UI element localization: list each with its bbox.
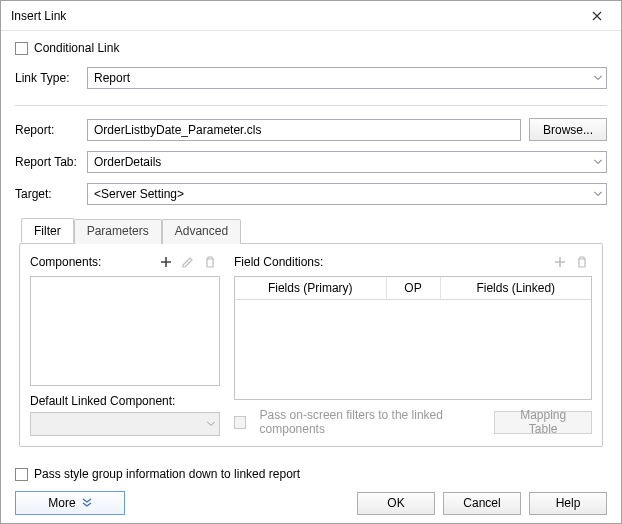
pencil-icon: [181, 255, 195, 269]
field-conditions-table[interactable]: Fields (Primary) OP Fields (Linked): [234, 276, 592, 400]
col-header-op: OP: [387, 277, 441, 299]
close-icon: [592, 11, 602, 21]
link-type-value: Report: [94, 71, 130, 85]
default-linked-label: Default Linked Component:: [30, 394, 220, 408]
col-header-primary: Fields (Primary): [235, 277, 387, 299]
link-type-select[interactable]: Report: [87, 67, 607, 89]
double-chevron-down-icon: [82, 498, 92, 508]
target-label: Target:: [15, 187, 87, 201]
ok-button[interactable]: OK: [357, 492, 435, 515]
tab-bar: Filter Parameters Advanced: [21, 218, 613, 243]
field-conditions-delete-button: [572, 252, 592, 272]
target-value: <Server Setting>: [94, 187, 184, 201]
close-button[interactable]: [577, 2, 617, 30]
field-conditions-add-button: [550, 252, 570, 272]
plus-icon: [553, 255, 567, 269]
pass-style-label: Pass style group information down to lin…: [34, 467, 300, 481]
mapping-table-button: Mapping Table: [494, 411, 592, 434]
report-tab-value: OrderDetails: [94, 155, 161, 169]
report-tab-label: Report Tab:: [15, 155, 87, 169]
filter-tab-pane: Components: Default Linked Component:: [19, 243, 603, 447]
table-header-row: Fields (Primary) OP Fields (Linked): [235, 277, 591, 300]
trash-icon: [203, 255, 217, 269]
tab-advanced[interactable]: Advanced: [162, 219, 241, 244]
target-select[interactable]: <Server Setting>: [87, 183, 607, 205]
more-label: More: [48, 496, 75, 510]
tab-parameters[interactable]: Parameters: [74, 219, 162, 244]
tab-filter[interactable]: Filter: [21, 218, 74, 243]
window-title: Insert Link: [11, 9, 577, 23]
help-button[interactable]: Help: [529, 492, 607, 515]
pass-filters-label: Pass on-screen filters to the linked com…: [260, 408, 479, 436]
field-conditions-label: Field Conditions:: [234, 255, 548, 269]
components-edit-button: [178, 252, 198, 272]
components-delete-button: [200, 252, 220, 272]
report-input[interactable]: OrderListbyDate_Parameter.cls: [87, 119, 521, 141]
components-add-button[interactable]: [156, 252, 176, 272]
default-linked-select: [30, 412, 220, 436]
more-button[interactable]: More: [15, 491, 125, 515]
titlebar: Insert Link: [1, 1, 621, 31]
pass-style-checkbox[interactable]: [15, 468, 28, 481]
pass-filters-checkbox: [234, 416, 246, 429]
chevron-down-icon: [594, 76, 602, 81]
divider: [15, 105, 607, 106]
plus-icon: [159, 255, 173, 269]
components-label: Components:: [30, 255, 154, 269]
report-value: OrderListbyDate_Parameter.cls: [94, 123, 261, 137]
trash-icon: [575, 255, 589, 269]
link-type-label: Link Type:: [15, 71, 87, 85]
report-tab-select[interactable]: OrderDetails: [87, 151, 607, 173]
components-listbox[interactable]: [30, 276, 220, 386]
col-header-linked: Fields (Linked): [441, 277, 592, 299]
conditional-link-label: Conditional Link: [34, 41, 119, 55]
chevron-down-icon: [207, 422, 215, 427]
chevron-down-icon: [594, 160, 602, 165]
chevron-down-icon: [594, 192, 602, 197]
conditional-link-checkbox[interactable]: [15, 42, 28, 55]
report-label: Report:: [15, 123, 87, 137]
browse-button[interactable]: Browse...: [529, 118, 607, 141]
cancel-button[interactable]: Cancel: [443, 492, 521, 515]
